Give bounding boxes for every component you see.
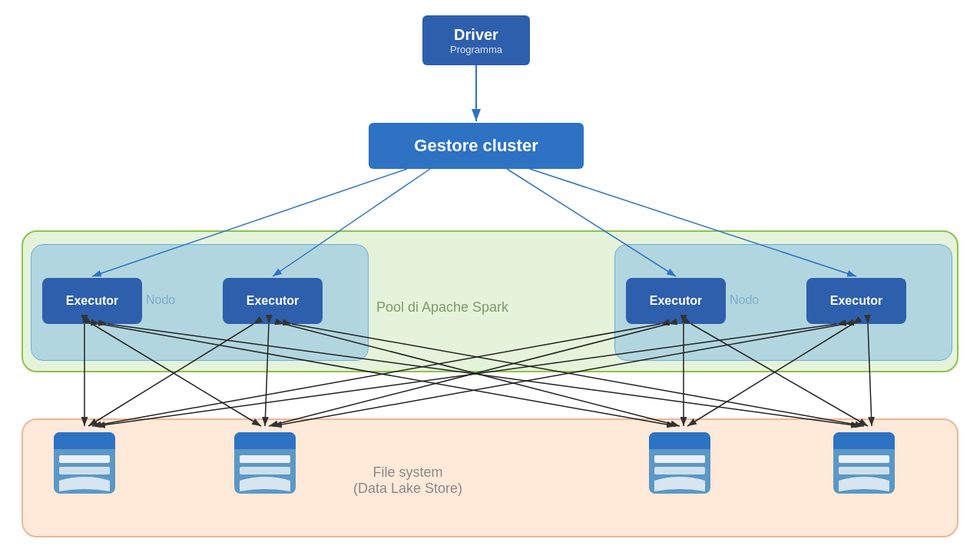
storage-icon-4: [829, 428, 899, 497]
executor-box-2: Executor: [223, 278, 323, 324]
svg-rect-9: [240, 467, 290, 474]
filesystem-label: File system(Data Lake Store): [353, 464, 462, 497]
diagram-container: Driver Programma Gestore cluster Pool di…: [0, 0, 980, 552]
executor-label-1: Executor: [66, 294, 118, 308]
executor-box-3: Executor: [626, 278, 726, 324]
svg-rect-12: [649, 441, 710, 449]
executor-box-4: Executor: [806, 278, 906, 324]
executor-label-4: Executor: [830, 294, 882, 308]
filesystem-container: [22, 418, 958, 537]
svg-rect-2: [54, 441, 115, 449]
driver-subtitle: Programma: [450, 44, 502, 55]
svg-rect-8: [240, 455, 290, 463]
svg-rect-14: [654, 467, 705, 474]
svg-rect-4: [59, 467, 110, 474]
executor-box-1: Executor: [42, 278, 142, 324]
svg-rect-19: [839, 467, 889, 474]
storage-icon-2: [230, 428, 300, 497]
cluster-manager-label: Gestore cluster: [414, 136, 538, 156]
svg-rect-7: [234, 441, 296, 449]
filesystem-label-text: File system(Data Lake Store): [353, 464, 462, 496]
svg-rect-3: [59, 455, 110, 463]
executor-label-2: Executor: [247, 294, 299, 308]
executor-label-3: Executor: [650, 294, 702, 308]
svg-rect-13: [654, 455, 705, 463]
driver-title: Driver: [454, 26, 498, 44]
node-label-left: Nodo: [146, 293, 175, 307]
storage-icon-1: [50, 428, 119, 497]
spark-pool-label: Pool di Apache Spark: [376, 299, 508, 316]
storage-icon-3: [645, 428, 714, 497]
cluster-manager-box: Gestore cluster: [369, 123, 584, 169]
svg-rect-17: [833, 441, 895, 449]
svg-rect-18: [839, 455, 889, 463]
node-label-right: Nodo: [730, 293, 759, 307]
driver-box: Driver Programma: [422, 15, 530, 65]
